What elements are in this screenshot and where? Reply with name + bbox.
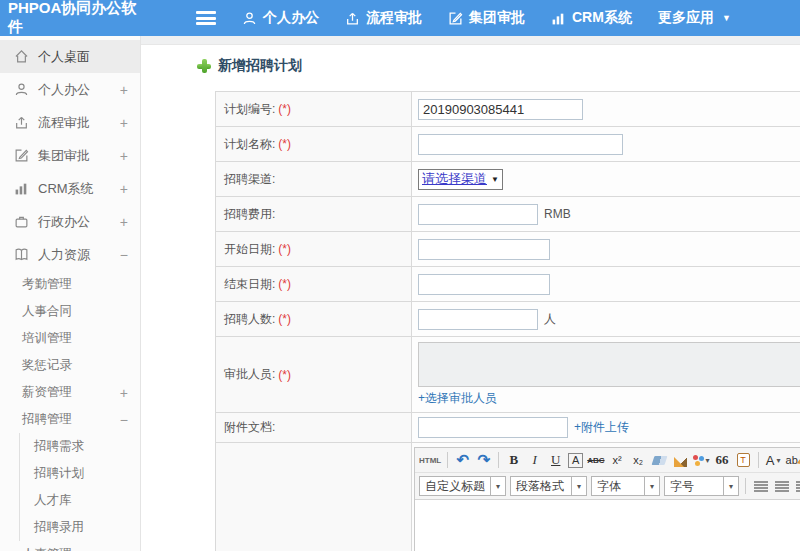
edit-icon xyxy=(14,148,29,163)
paragraph-format-dropdown[interactable]: 段落格式 ▾ xyxy=(510,476,587,496)
expand-toggle[interactable]: + xyxy=(120,181,128,197)
underline-button[interactable]: U xyxy=(547,451,564,469)
align-center-icon[interactable] xyxy=(773,477,790,495)
plan-name-input[interactable] xyxy=(418,134,623,155)
sidebar-item-recruit-mgmt[interactable]: 招聘管理 − xyxy=(0,406,140,433)
user-icon xyxy=(242,11,257,26)
align-left-icon[interactable] xyxy=(752,477,769,495)
collapse-toggle[interactable]: − xyxy=(120,247,128,263)
nav-more-apps[interactable]: 更多应用 ▼ xyxy=(658,9,731,27)
required-mark: (*) xyxy=(278,137,291,151)
sidebar-item-personal-desktop[interactable]: 个人桌面 xyxy=(0,40,140,73)
channel-select[interactable]: 请选择渠道 ▼ xyxy=(418,169,503,190)
expand-toggle[interactable]: + xyxy=(120,385,128,401)
top-nav: 个人办公 流程审批 集团审批 CRM系统 更多应用 ▼ xyxy=(242,9,731,27)
approvers-textarea[interactable] xyxy=(418,342,800,387)
undo-button[interactable]: ↶ xyxy=(454,451,471,469)
expand-toggle[interactable]: + xyxy=(120,148,128,164)
expand-toggle[interactable]: + xyxy=(120,547,128,551)
chart-icon xyxy=(14,181,29,196)
form-row-approvers: 审批人员:(*) +选择审批人员 xyxy=(216,337,800,413)
format-brush-icon[interactable] xyxy=(672,451,689,469)
required-mark: (*) xyxy=(278,368,291,382)
required-mark: (*) xyxy=(278,242,291,256)
attachment-input[interactable] xyxy=(418,417,568,438)
font-background-button[interactable]: A xyxy=(568,453,583,468)
editor-content-area[interactable] xyxy=(415,500,800,551)
sidebar-item-salary[interactable]: 薪资管理 + xyxy=(0,379,140,406)
highlight-button[interactable]: ab xyxy=(786,451,800,469)
form-row-fee: 招聘费用: RMB xyxy=(216,197,800,232)
superscript-button[interactable]: x² xyxy=(609,451,626,469)
html-source-button[interactable]: HTML xyxy=(419,451,441,469)
main-content: 新增招聘计划 计划编号:(*) 计划名称:(*) 招聘渠道: 请选择渠道 ▼ xyxy=(141,36,800,551)
start-date-input[interactable] xyxy=(418,239,550,260)
align-right-icon[interactable] xyxy=(794,477,800,495)
select-approvers-link[interactable]: +选择审批人员 xyxy=(418,390,497,407)
headcount-unit: 人 xyxy=(544,311,556,328)
toolbar-separator xyxy=(758,452,759,468)
color-palette-icon[interactable]: ▾ xyxy=(693,451,710,469)
form-row-plan-name: 计划名称:(*) xyxy=(216,127,800,162)
form-row-plan-number: 计划编号:(*) xyxy=(216,92,800,127)
sidebar-item-training[interactable]: 培训管理 xyxy=(0,325,140,352)
eraser-icon[interactable] xyxy=(651,451,668,469)
caret-down-icon: ▾ xyxy=(723,477,738,495)
nav-personal-office[interactable]: 个人办公 xyxy=(242,9,319,27)
sidebar-item-personal-office[interactable]: 个人办公 + xyxy=(0,73,140,106)
sidebar-item-admin-office[interactable]: 行政办公 + xyxy=(0,205,140,238)
blockquote-button[interactable]: 66 xyxy=(714,451,731,469)
sidebar-item-human-resources[interactable]: 人力资源 − xyxy=(0,238,140,271)
home-icon xyxy=(14,49,29,64)
plan-number-input[interactable] xyxy=(418,99,583,120)
end-date-input[interactable] xyxy=(418,274,550,295)
caret-down-icon: ▾ xyxy=(490,477,505,495)
subscript-button[interactable]: x₂ xyxy=(630,451,647,469)
nav-crm-system[interactable]: CRM系统 xyxy=(551,9,632,27)
font-family-dropdown[interactable]: 字体 ▾ xyxy=(591,476,660,496)
hamburger-menu-icon[interactable] xyxy=(196,11,216,25)
expand-toggle[interactable]: + xyxy=(120,82,128,98)
fee-unit: RMB xyxy=(544,207,571,221)
fee-input[interactable] xyxy=(418,204,538,225)
paste-text-icon[interactable]: T xyxy=(735,451,752,469)
sidebar-item-attendance[interactable]: 考勤管理 xyxy=(0,271,140,298)
sidebar-item-recruit-plan[interactable]: 招聘计划 xyxy=(20,460,140,487)
form-row-channel: 招聘渠道: 请选择渠道 ▼ xyxy=(216,162,800,197)
redo-button[interactable]: ↷ xyxy=(475,451,492,469)
custom-title-dropdown[interactable]: 自定义标题 ▾ xyxy=(419,476,506,496)
strikethrough-button[interactable]: ABC xyxy=(587,451,604,469)
sidebar-item-personnel-mgmt[interactable]: 人事管理 + xyxy=(0,541,140,551)
required-mark: (*) xyxy=(278,102,291,116)
nav-group-approval[interactable]: 集团审批 xyxy=(448,9,525,27)
editor-toolbar-row1: HTML ↶ ↷ B I U A ABC x² x₂ ▾ xyxy=(415,448,800,472)
sidebar-item-hr-contract[interactable]: 人事合同 xyxy=(0,298,140,325)
sidebar-item-rewards[interactable]: 奖惩记录 xyxy=(0,352,140,379)
font-size-dropdown[interactable]: 字号 ▾ xyxy=(664,476,739,496)
sidebar-item-workflow-approval[interactable]: 流程审批 + xyxy=(0,106,140,139)
sidebar-item-recruit-demand[interactable]: 招聘需求 xyxy=(20,433,140,460)
bold-button[interactable]: B xyxy=(505,451,522,469)
headcount-input[interactable] xyxy=(418,309,538,330)
toolbar-separator xyxy=(447,452,448,468)
expand-toggle[interactable]: + xyxy=(120,115,128,131)
sidebar-item-recruit-hire[interactable]: 招聘录用 xyxy=(20,514,140,541)
nav-workflow-approval[interactable]: 流程审批 xyxy=(345,9,422,27)
font-color-button[interactable]: A▾ xyxy=(765,451,782,469)
expand-toggle[interactable]: + xyxy=(120,214,128,230)
italic-button[interactable]: I xyxy=(526,451,543,469)
editor-toolbar-row2: 自定义标题 ▾ 段落格式 ▾ 字体 ▾ 字号 ▾ xyxy=(415,472,800,500)
toolbar-separator xyxy=(745,478,746,494)
sidebar-item-talent-pool[interactable]: 人才库 xyxy=(20,487,140,514)
attachment-upload-link[interactable]: +附件上传 xyxy=(574,419,629,436)
form-row-headcount: 招聘人数:(*) 人 xyxy=(216,302,800,337)
editor-label-cell xyxy=(216,443,412,551)
toolbar-separator xyxy=(498,452,499,468)
collapse-toggle[interactable]: − xyxy=(120,412,128,428)
book-icon xyxy=(14,247,29,262)
sidebar-item-crm-system[interactable]: CRM系统 + xyxy=(0,172,140,205)
rich-text-editor: HTML ↶ ↷ B I U A ABC x² x₂ ▾ xyxy=(414,447,800,551)
edit-icon xyxy=(448,11,463,26)
sidebar-item-group-approval[interactable]: 集团审批 + xyxy=(0,139,140,172)
recruit-submenu: 招聘需求 招聘计划 人才库 招聘录用 xyxy=(19,433,140,541)
